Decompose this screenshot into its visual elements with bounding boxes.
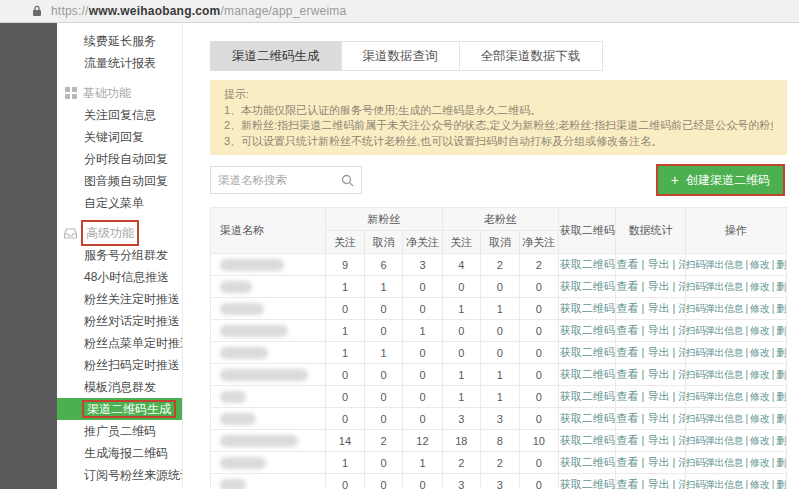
tab[interactable]: 渠道二维码生成	[210, 41, 342, 71]
export-link[interactable]: 导出	[647, 412, 669, 424]
sidebar-item[interactable]: 模板消息群发	[57, 376, 182, 398]
get-qrcode-link[interactable]: 获取二维码	[560, 434, 615, 446]
scan-popup-info-link[interactable]: 扫码弹出信息	[686, 435, 744, 446]
sidebar-item[interactable]: 服务号分组群发	[57, 244, 182, 266]
sidebar-item[interactable]: 粉丝点菜单定时推送	[57, 332, 182, 354]
reset-link[interactable]: 清零	[678, 280, 685, 292]
get-qrcode-link[interactable]: 获取二维码	[560, 280, 615, 292]
view-link[interactable]: 查看	[616, 324, 638, 336]
sidebar-item[interactable]: 生成海报二维码	[57, 442, 182, 464]
delete-link[interactable]: 删除	[776, 391, 786, 402]
delete-link[interactable]: 删除	[776, 413, 786, 424]
reset-link[interactable]: 清零	[678, 324, 685, 336]
browser-url-bar[interactable]: https://www.weihaobang.com/manage/app_er…	[0, 0, 799, 23]
reset-link[interactable]: 清零	[678, 346, 685, 358]
view-link[interactable]: 查看	[616, 346, 638, 358]
view-link[interactable]: 查看	[616, 258, 638, 270]
scan-popup-info-link[interactable]: 扫码弹出信息	[686, 259, 744, 270]
edit-link[interactable]: 修改	[750, 413, 769, 424]
scan-popup-info-link[interactable]: 扫码弹出信息	[686, 325, 744, 336]
sidebar-item[interactable]: 48小时信息推送	[57, 266, 182, 288]
scan-popup-info-link[interactable]: 扫码弹出信息	[686, 413, 744, 424]
delete-link[interactable]: 删除	[776, 259, 786, 270]
export-link[interactable]: 导出	[647, 478, 669, 489]
sidebar-item[interactable]: 关键词回复	[57, 126, 182, 148]
view-link[interactable]: 查看	[616, 368, 638, 380]
get-qrcode-link[interactable]: 获取二维码	[560, 346, 615, 358]
edit-link[interactable]: 修改	[750, 479, 769, 489]
export-link[interactable]: 导出	[647, 368, 669, 380]
delete-link[interactable]: 删除	[776, 347, 786, 358]
sidebar-item[interactable]: 渠道二维码生成	[57, 398, 182, 420]
view-link[interactable]: 查看	[616, 412, 638, 424]
export-link[interactable]: 导出	[647, 280, 669, 292]
reset-link[interactable]: 清零	[678, 258, 685, 270]
delete-link[interactable]: 删除	[776, 369, 786, 380]
export-link[interactable]: 导出	[647, 390, 669, 402]
get-qrcode-link[interactable]: 获取二维码	[560, 258, 615, 270]
tab[interactable]: 渠道数据查询	[341, 41, 460, 71]
delete-link[interactable]: 删除	[776, 479, 786, 489]
export-link[interactable]: 导出	[647, 434, 669, 446]
get-qrcode-link[interactable]: 获取二维码	[560, 456, 615, 468]
delete-link[interactable]: 删除	[776, 281, 786, 292]
export-link[interactable]: 导出	[647, 456, 669, 468]
scan-popup-info-link[interactable]: 扫码弹出信息	[686, 391, 744, 402]
scan-popup-info-link[interactable]: 扫码弹出信息	[686, 479, 744, 489]
get-qrcode-link[interactable]: 获取二维码	[560, 368, 615, 380]
get-qrcode-link[interactable]: 获取二维码	[560, 302, 615, 314]
view-link[interactable]: 查看	[616, 390, 638, 402]
sidebar-item[interactable]: 续费延长服务	[57, 30, 182, 52]
delete-link[interactable]: 删除	[776, 435, 786, 446]
sidebar-item[interactable]: 自定义菜单	[57, 192, 182, 214]
get-qrcode-link[interactable]: 获取二维码	[560, 412, 615, 424]
sidebar-item[interactable]: 关注回复信息	[57, 104, 182, 126]
get-qrcode-link[interactable]: 获取二维码	[560, 478, 615, 489]
sidebar-item[interactable]: 推广员二维码	[57, 420, 182, 442]
sidebar-item[interactable]: 图音频自动回复	[57, 170, 182, 192]
sidebar-item[interactable]: 订阅号粉丝来源统计	[57, 464, 182, 486]
reset-link[interactable]: 清零	[678, 478, 685, 489]
export-link[interactable]: 导出	[647, 346, 669, 358]
reset-link[interactable]: 清零	[678, 368, 685, 380]
view-link[interactable]: 查看	[616, 478, 638, 489]
scan-popup-info-link[interactable]: 扫码弹出信息	[686, 303, 744, 314]
sidebar-item[interactable]: 粉丝关注定时推送	[57, 288, 182, 310]
reset-link[interactable]: 清零	[678, 412, 685, 424]
sidebar-item[interactable]: 分时段自动回复	[57, 148, 182, 170]
delete-link[interactable]: 删除	[776, 325, 786, 336]
edit-link[interactable]: 修改	[750, 281, 769, 292]
sidebar-item[interactable]: 流量统计报表	[57, 52, 182, 74]
url-text[interactable]: https://www.weihaobang.com/manage/app_er…	[51, 4, 346, 18]
scan-popup-info-link[interactable]: 扫码弹出信息	[686, 281, 744, 292]
reset-link[interactable]: 清零	[678, 390, 685, 402]
export-link[interactable]: 导出	[647, 302, 669, 314]
create-qrcode-button[interactable]: + 创建渠道二维码	[658, 166, 783, 194]
view-link[interactable]: 查看	[616, 434, 638, 446]
edit-link[interactable]: 修改	[750, 325, 769, 336]
view-link[interactable]: 查看	[616, 280, 638, 292]
edit-link[interactable]: 修改	[750, 303, 769, 314]
delete-link[interactable]: 删除	[776, 303, 786, 314]
search-icon[interactable]	[341, 174, 354, 187]
edit-link[interactable]: 修改	[750, 435, 769, 446]
get-qrcode-link[interactable]: 获取二维码	[560, 390, 615, 402]
scan-popup-info-link[interactable]: 扫码弹出信息	[686, 457, 744, 468]
search-input[interactable]	[218, 174, 341, 186]
scan-popup-info-link[interactable]: 扫码弹出信息	[686, 369, 744, 380]
view-link[interactable]: 查看	[616, 456, 638, 468]
edit-link[interactable]: 修改	[750, 457, 769, 468]
edit-link[interactable]: 修改	[750, 391, 769, 402]
delete-link[interactable]: 删除	[776, 457, 786, 468]
edit-link[interactable]: 修改	[750, 259, 769, 270]
reset-link[interactable]: 清零	[678, 434, 685, 446]
sidebar-item[interactable]: 粉丝扫码定时推送	[57, 354, 182, 376]
reset-link[interactable]: 清零	[678, 456, 685, 468]
export-link[interactable]: 导出	[647, 324, 669, 336]
scan-popup-info-link[interactable]: 扫码弹出信息	[686, 347, 744, 358]
reset-link[interactable]: 清零	[678, 302, 685, 314]
view-link[interactable]: 查看	[616, 302, 638, 314]
tab[interactable]: 全部渠道数据下载	[459, 41, 603, 71]
edit-link[interactable]: 修改	[750, 369, 769, 380]
get-qrcode-link[interactable]: 获取二维码	[560, 324, 615, 336]
